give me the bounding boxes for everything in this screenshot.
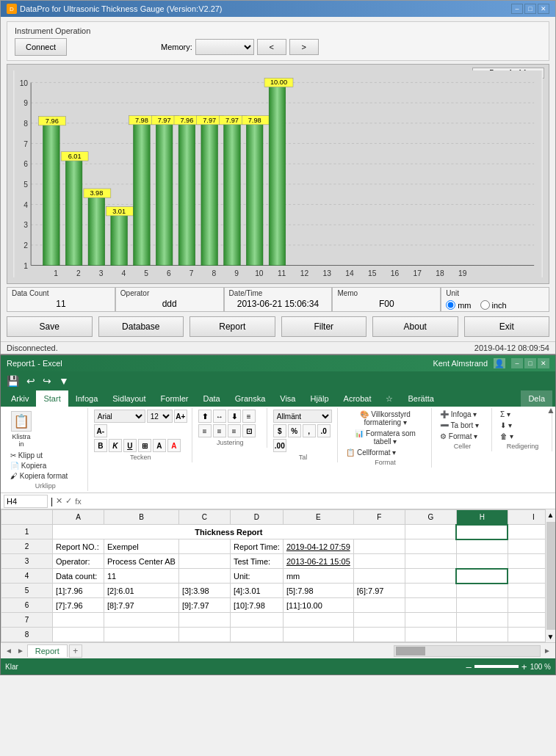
cell-5h[interactable] (456, 584, 508, 598)
cell-6f[interactable] (353, 598, 405, 613)
align-bottom-btn[interactable]: ⬇ (228, 410, 241, 423)
zoom-in-btn[interactable]: + (521, 661, 527, 672)
unit-inch-label[interactable]: inch (480, 300, 507, 310)
table-format-btn[interactable]: 📊 Formatera som tabell ▾ (344, 429, 427, 446)
col-header-i[interactable]: I (508, 510, 545, 525)
add-sheet-btn[interactable]: + (69, 644, 82, 658)
cell-7g[interactable] (405, 613, 456, 628)
cell-6b[interactable]: [8]:7.97 (104, 598, 179, 613)
report-button[interactable]: Report (189, 316, 275, 337)
cell-5f[interactable]: [6]:7.97 (353, 584, 405, 598)
tab-infoga[interactable]: Infoga (68, 390, 106, 407)
cell-7f[interactable] (353, 613, 405, 628)
cell-3f[interactable] (353, 554, 405, 569)
tab-star[interactable]: ☆ (378, 390, 400, 407)
cell-title[interactable]: Thickness Report (53, 525, 405, 539)
ribbon-expand-btn[interactable]: ▲ (546, 405, 555, 415)
cell-5b[interactable]: [2]:6.01 (104, 584, 179, 598)
about-button[interactable]: About (372, 316, 458, 337)
merge-btn[interactable]: ⊡ (242, 424, 256, 437)
cell-5i[interactable] (508, 584, 545, 598)
cell-8e[interactable] (283, 628, 353, 642)
cell-5g[interactable] (405, 584, 456, 598)
sheet-tab-report[interactable]: Report (27, 644, 68, 657)
scroll-thumb[interactable] (546, 522, 555, 630)
cell-2c[interactable] (178, 539, 230, 554)
cell-2i[interactable] (508, 539, 545, 554)
cell-2e[interactable]: 2019-04-12 07:59 (283, 539, 353, 554)
tab-hjalp[interactable]: Hjälp (303, 390, 336, 407)
format-painter-btn[interactable]: 🖌 Kopiera format (8, 471, 70, 481)
cell-4b[interactable]: 11 (104, 569, 179, 584)
currency-btn[interactable]: $ (273, 424, 286, 437)
excel-close-btn[interactable]: ✕ (538, 358, 549, 368)
cell-4h[interactable] (456, 569, 508, 584)
cell-4e[interactable]: mm (283, 569, 353, 584)
datapro-close-btn[interactable]: ✕ (538, 4, 549, 14)
bold-btn[interactable]: B (94, 439, 107, 452)
border-btn[interactable]: ⊞ (138, 439, 151, 452)
cell-8h[interactable] (456, 628, 508, 642)
formula-confirm-icon[interactable]: ✓ (65, 496, 72, 506)
tab-data[interactable]: Data (195, 390, 227, 407)
formula-cancel-icon[interactable]: ✕ (56, 496, 62, 506)
clear-btn[interactable]: 🗑 ▾ (498, 432, 547, 441)
cell-4d[interactable]: Unit: (230, 569, 283, 584)
align-center-btn[interactable]: ≡ (213, 424, 226, 437)
tab-acrobat[interactable]: Acrobat (336, 390, 379, 407)
cell-8c[interactable] (178, 628, 230, 642)
cell-2a[interactable]: Report NO.: (53, 539, 104, 554)
formula-input[interactable] (84, 495, 552, 508)
cell-format-btn[interactable]: 📋 Cellformat ▾ (344, 448, 427, 457)
cell-2g[interactable] (405, 539, 456, 554)
tab-scroll-left[interactable]: ◄ (4, 647, 14, 655)
col-header-d[interactable]: D (230, 510, 283, 525)
qat-save-btn[interactable]: 💾 (5, 375, 21, 387)
col-header-h[interactable]: H (456, 510, 508, 525)
cell-5d[interactable]: [4]:3.01 (230, 584, 283, 598)
exit-button[interactable]: Exit (464, 316, 550, 337)
cell-2f[interactable] (353, 539, 405, 554)
tab-sidlayout[interactable]: Sidlayout (105, 390, 153, 407)
cell-7c[interactable] (178, 613, 230, 628)
italic-btn[interactable]: K (109, 439, 122, 452)
number-format-select[interactable]: Allmänt (273, 410, 332, 423)
cell-4f[interactable] (353, 569, 405, 584)
filter-button[interactable]: Filter (281, 316, 367, 337)
cell-3i[interactable] (508, 554, 545, 569)
cell-6g[interactable] (405, 598, 456, 613)
fill-color-btn[interactable]: A (153, 439, 166, 452)
cell-8g[interactable] (405, 628, 456, 642)
font-name-select[interactable]: Arial (94, 410, 145, 423)
cell-5a[interactable]: [1]:7.96 (53, 584, 104, 598)
cell-8b[interactable] (104, 628, 179, 642)
unit-mm-label[interactable]: mm (446, 300, 471, 310)
formula-fx-icon[interactable]: fx (75, 497, 82, 506)
cell-7h[interactable] (456, 613, 508, 628)
cell-3e[interactable]: 2013-06-21 15:05 (283, 554, 353, 569)
cell-6a[interactable]: [7]:7.96 (53, 598, 104, 613)
cell-2b[interactable]: Exempel (104, 539, 179, 554)
unit-inch-radio[interactable] (480, 300, 490, 310)
font-size-select[interactable]: 12 (147, 410, 173, 423)
cell-5c[interactable]: [3]:3.98 (178, 584, 230, 598)
cell-6h[interactable] (456, 598, 508, 613)
cell-8f[interactable] (353, 628, 405, 642)
cell-3a[interactable]: Operator: (53, 554, 104, 569)
scroll-down-btn[interactable]: ▼ (546, 631, 555, 642)
scroll-up-btn[interactable]: ▲ (546, 509, 555, 520)
conditional-format-btn[interactable]: 🎨 Villkorsstyrd formatering ▾ (344, 410, 427, 427)
tab-start[interactable]: Start (36, 390, 68, 407)
qat-dropdown-btn[interactable]: ▼ (57, 375, 71, 387)
cell-8a[interactable] (53, 628, 104, 642)
cell-2h[interactable] (456, 539, 508, 554)
datapro-min-btn[interactable]: – (511, 4, 523, 14)
thousands-btn[interactable]: , (303, 424, 316, 437)
memory-prev-btn[interactable]: < (257, 39, 286, 55)
cell-3c[interactable] (178, 554, 230, 569)
tab-visa[interactable]: Visa (272, 390, 303, 407)
cell-6c[interactable]: [9]:7.97 (178, 598, 230, 613)
font-color-btn[interactable]: A (167, 439, 181, 452)
h-scroll-thumb[interactable] (396, 647, 425, 655)
cell-3h[interactable] (456, 554, 508, 569)
